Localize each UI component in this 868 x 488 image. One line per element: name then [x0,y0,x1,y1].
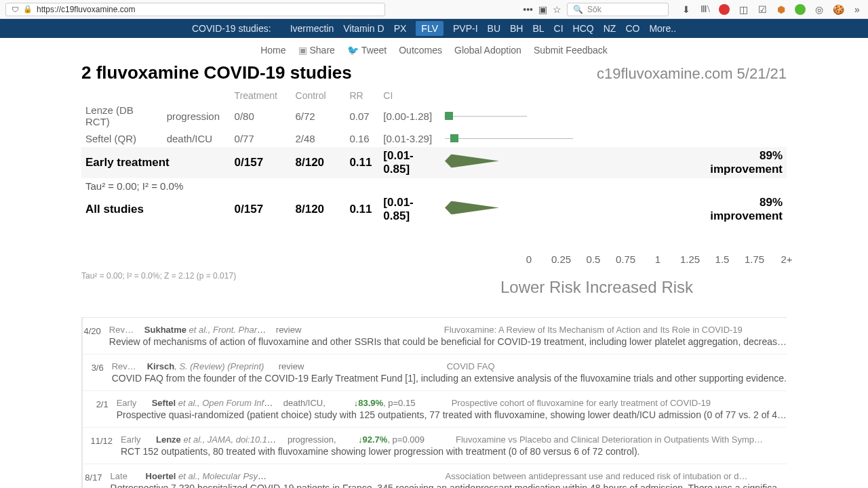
list-author: Lenze et al., JAMA, doi:10.100… [156,434,278,445]
library-icon[interactable]: Ⅲ\ [700,4,711,15]
list-date: 2/1 [83,398,108,420]
svg-marker-1 [445,201,499,215]
list-title: Fluvoxamine: A Review of Its Mechanism o… [444,325,787,335]
gear-icon[interactable]: ◎ [814,4,825,15]
forest-axis: 00.250.50.7511.251.51.752+ [407,253,787,274]
more-icon[interactable]: ••• [523,4,533,15]
subnav-feedback[interactable]: Submit Feedback [534,45,608,56]
nav-item-more-[interactable]: More.. [649,23,676,34]
subnav-tweet[interactable]: 🐦Tweet [347,45,387,56]
extension-icon-1[interactable]: ⬢ [776,4,787,15]
list-date: 4/20 [83,325,101,347]
url-text: https://c19fluvoxamine.com [37,5,135,14]
list-outcome: review [276,325,337,335]
extension-icon-2[interactable] [795,4,806,15]
adblock-icon[interactable] [719,4,730,15]
list-desc: COVID FAQ from the founder of the COVID-… [112,373,787,384]
study-list: 4/20 Revi… Sukhatme et al., Front. Pharm… [81,317,787,488]
svg-marker-0 [445,155,499,168]
study-rr: 0.16 [345,129,379,147]
col-control: Control [292,89,346,102]
star-icon[interactable]: ☆ [553,4,561,15]
forest-row: Lenze (DB RCT) progression 0/80 6/72 0.0… [81,102,787,129]
list-item[interactable]: 2/1 Early Seftel et al., Open Forum Infe… [83,391,787,428]
facebook-icon: ▣ [298,45,307,56]
summary-treatment: 0/157 [231,147,292,178]
forest-marker [444,131,702,145]
nav-item-nz[interactable]: NZ [604,23,616,34]
list-title: Prospective cohort of fluvoxamine for ea… [452,398,787,408]
nav-item-hcq[interactable]: HCQ [573,23,594,34]
list-title: Fluvoxamine vs Placebo and Clinical Dete… [456,434,787,445]
summary-rr: 0.11 [345,194,379,225]
subnav-share[interactable]: ▣Share [298,45,335,56]
twitter-icon: 🐦 [347,45,359,56]
overall-stats: Tau² = 0.00; I² = 0.0%; Z = 2.12 (p = 0.… [81,268,236,290]
list-author: Seftel et al., Open Forum Infec… [152,398,274,408]
study-ci: [0.01-3.29] [379,129,440,147]
axis-tick: 1 [655,253,660,265]
list-desc: RCT 152 outpatients, 80 treated with flu… [121,446,787,457]
axis-tick: 1.5 [715,253,730,265]
nav-item-flv[interactable]: FLV [416,21,443,36]
list-outcome: death/ICU, [283,398,344,408]
nav-item-bh[interactable]: BH [510,23,523,34]
cookie-icon[interactable]: 🍪 [833,4,844,15]
summary-control: 8/120 [292,147,346,178]
nav-item-bl[interactable]: BL [532,23,544,34]
list-item[interactable]: 11/12 Early Lenze et al., JAMA, doi:10.1… [83,428,787,464]
nav-item-ci[interactable]: CI [554,23,564,34]
list-date: 3/6 [83,361,104,384]
axis-tick: 0.75 [616,253,635,265]
axis-tick: 1.25 [680,253,700,265]
forest-summary-row: Early treatment 0/157 8/120 0.11 [0.01-0… [81,147,787,178]
list-item[interactable]: 3/6 Revi… Kirsch, S. (Review) (Preprint)… [83,354,787,391]
checkbox-icon[interactable]: ☑ [757,4,768,15]
list-outcome: review [279,361,340,371]
nav-item-bu[interactable]: BU [488,23,500,34]
list-effect: ↓83.9%, p=0.15 [354,398,442,408]
subnav-adoption[interactable]: Global Adoption [454,45,521,56]
study-name: Seftel (QR) [81,129,163,147]
list-item[interactable]: 8/17 Late Hoertel et al., Molecular Psyc… [83,464,787,488]
forest-plot-table: Treatment Control RR CI Lenze (DB RCT) p… [81,89,787,235]
list-tag: Early [121,434,146,445]
subnav-home[interactable]: Home [260,45,285,56]
search-icon: 🔍 [573,5,583,14]
overflow-icon[interactable]: » [852,4,863,15]
lock-icon: 🔒 [23,5,33,14]
download-icon[interactable]: ⬇ [681,4,692,15]
col-treatment: Treatment [231,89,292,102]
url-bar[interactable]: 🛡 🔒 https://c19fluvoxamine.com [5,3,385,16]
list-item[interactable]: 4/20 Revi… Sukhatme et al., Front. Pharm… [83,318,787,354]
summary-ci: [0.01-0.85] [379,194,440,225]
nav-item-ivermectin[interactable]: Ivermectin [290,23,334,34]
list-title: COVID FAQ [447,361,787,371]
list-effect: ↓92.7%, p=0.009 [358,434,446,445]
summary-control: 8/120 [292,194,346,225]
study-control: 2/48 [292,129,346,147]
axis-tick: 2+ [781,253,792,265]
search-placeholder: Sök [587,5,601,14]
summary-ci: [0.01-0.85] [379,147,440,178]
nav-item-pvp-i[interactable]: PVP-I [453,23,478,34]
shield-icon: 🛡 [12,5,19,14]
summary-improvement: 89% improvement [706,194,787,225]
list-date: 8/17 [83,471,102,488]
axis-tick: 0.25 [551,253,571,265]
summary-improvement: 89% improvement [706,147,787,178]
subnav-outcomes[interactable]: Outcomes [399,45,442,56]
nav-item-px[interactable]: PX [394,23,407,34]
nav-item-vitamin-d[interactable]: Vitamin D [343,23,384,34]
summary-rr: 0.11 [345,147,379,178]
study-control: 6/72 [292,102,346,129]
study-outcome: death/ICU [163,129,231,147]
nav-label: COVID-19 studies: [192,23,271,34]
nav-item-co[interactable]: CO [625,23,639,34]
search-input[interactable]: 🔍 Sök [567,3,669,16]
sidebar-icon[interactable]: ◫ [738,4,749,15]
col-ci: CI [379,89,440,102]
summary-treatment: 0/157 [231,194,292,225]
sub-nav: Home ▣Share 🐦Tweet Outcomes Global Adopt… [0,38,868,62]
reader-icon[interactable]: ▣ [538,4,547,15]
